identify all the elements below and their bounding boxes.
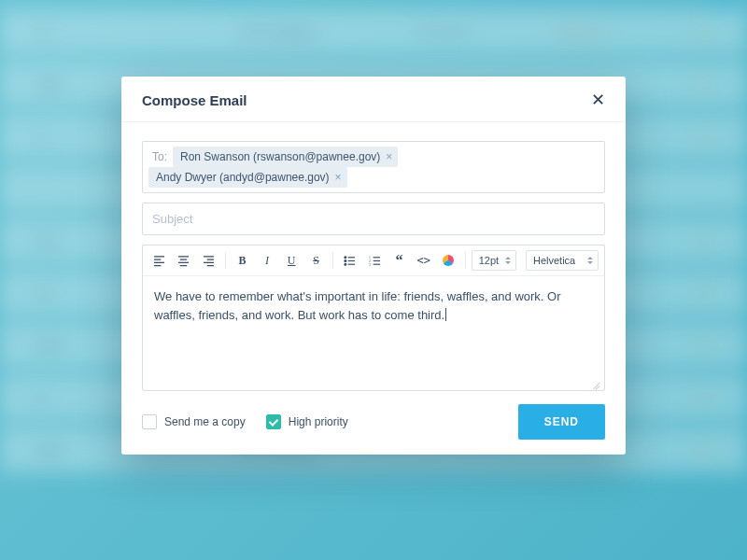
text-color-button[interactable] [437, 250, 458, 271]
email-body-text: We have to remember what's important in … [154, 289, 561, 322]
sort-arrows-icon [587, 257, 593, 264]
color-picker-icon [443, 255, 454, 266]
svg-point-13 [345, 259, 346, 261]
email-body-textarea[interactable]: We have to remember what's important in … [143, 276, 604, 390]
toolbar-separator [465, 252, 466, 269]
font-family-value: Helvetica [533, 255, 575, 266]
send-button[interactable]: SEND [518, 404, 605, 440]
subject-input[interactable] [143, 203, 604, 234]
subject-field-wrapper [142, 203, 605, 235]
recipient-chip[interactable]: Andy Dwyer (andyd@pawnee.gov) × [148, 167, 347, 188]
to-field[interactable]: To: Ron Swanson (rswanson@pawnee.gov) × … [142, 141, 605, 193]
font-size-select[interactable]: 12pt [472, 250, 516, 271]
font-size-value: 12pt [479, 255, 499, 266]
svg-point-14 [345, 263, 346, 265]
font-family-select[interactable]: Helvetica [526, 250, 599, 271]
remove-recipient-icon[interactable]: × [335, 171, 342, 184]
svg-text:3: 3 [369, 262, 371, 266]
modal-footer: Send me a copy High priority SEND [142, 391, 605, 440]
close-button[interactable]: ✕ [591, 91, 605, 108]
bold-button[interactable]: B [232, 250, 253, 271]
strikethrough-button[interactable]: S [305, 250, 327, 271]
high-priority-checkbox[interactable]: High priority [266, 414, 348, 429]
numbered-list-button[interactable]: 123 [363, 250, 385, 271]
send-copy-checkbox[interactable]: Send me a copy [142, 414, 246, 429]
align-left-button[interactable] [148, 250, 170, 271]
remove-recipient-icon[interactable]: × [386, 150, 392, 163]
recipient-chip-label: Ron Swanson (rswanson@pawnee.gov) [180, 150, 380, 163]
send-copy-label: Send me a copy [164, 415, 246, 428]
editor: B I U S 123 “ <> 12pt [142, 245, 605, 391]
align-right-button[interactable] [198, 250, 219, 271]
resize-handle[interactable] [592, 378, 601, 387]
editor-toolbar: B I U S 123 “ <> 12pt [143, 245, 604, 276]
recipient-chip[interactable]: Ron Swanson (rswanson@pawnee.gov) × [173, 147, 398, 167]
svg-point-12 [345, 256, 346, 258]
text-cursor [445, 308, 446, 321]
underline-button[interactable]: U [281, 250, 303, 271]
code-button[interactable]: <> [413, 250, 434, 271]
sort-arrows-icon [505, 257, 511, 264]
modal-header: Compose Email ✕ [121, 77, 626, 122]
recipient-chip-label: Andy Dwyer (andyd@pawnee.gov) [156, 171, 330, 184]
bullet-list-button[interactable] [339, 250, 360, 271]
align-center-button[interactable] [173, 250, 194, 271]
compose-email-modal: Compose Email ✕ To: Ron Swanson (rswanso… [121, 77, 626, 455]
italic-button[interactable]: I [256, 250, 277, 271]
toolbar-separator [225, 252, 226, 269]
modal-title: Compose Email [142, 92, 247, 108]
high-priority-label: High priority [289, 415, 348, 428]
to-label: To: [148, 150, 173, 163]
checkbox-box [266, 414, 281, 429]
checkbox-box [142, 414, 157, 429]
toolbar-separator [332, 252, 333, 269]
blockquote-button[interactable]: “ [388, 250, 410, 271]
